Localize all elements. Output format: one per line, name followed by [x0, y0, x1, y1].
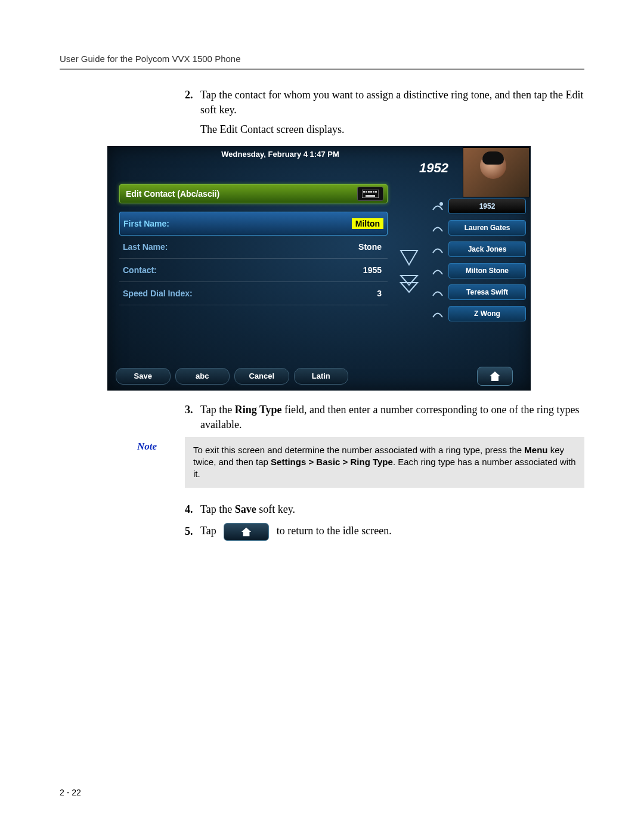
step-3-text: Tap the Ring Type field, and then enter … [200, 402, 584, 432]
contact-label: Z Wong [448, 306, 526, 321]
contact-list: 1952 Lauren Gates Jack Jones Milton Ston… [431, 199, 526, 321]
step-4: 4. Tap the Save soft key. [185, 502, 584, 517]
panel-title-text: Edit Contact (Abc/ascii) [126, 189, 219, 199]
contact-item-milton[interactable]: Milton Stone [431, 263, 526, 278]
document-page: User Guide for the Polycom VVX 1500 Phon… [0, 0, 644, 833]
step-2-sub: The Edit Contact screen displays. [200, 122, 584, 137]
status-bar: Wednesday, February 4 1:47 PM [107, 150, 453, 159]
step-5-num: 5. [185, 524, 200, 539]
edit-contact-panel: Edit Contact (Abc/ascii) First Name: Mil… [119, 184, 388, 305]
video-preview [463, 147, 530, 197]
field-first-name[interactable]: First Name: Milton [119, 212, 388, 236]
note-block: Note To exit this screen and determine t… [137, 437, 584, 488]
svg-rect-3 [368, 191, 370, 193]
field-label: Speed Dial Index: [123, 289, 193, 298]
step-5-text: Tap to return to the idle screen. [200, 523, 584, 541]
arrow-down-icon[interactable] [398, 247, 420, 269]
contact-label: Milton Stone [448, 263, 526, 278]
presence-icon [431, 308, 445, 320]
softkey-cancel[interactable]: Cancel [234, 368, 289, 385]
home-icon-inline [224, 523, 269, 541]
field-value: Stone [358, 242, 384, 252]
step-3: 3. Tap the Ring Type field, and then ent… [185, 402, 584, 432]
step-2: 2. Tap the contact for whom you want to … [185, 88, 584, 138]
page-header: User Guide for the Polycom VVX 1500 Phon… [60, 54, 584, 64]
field-value: Milton [352, 218, 383, 229]
field-label: First Name: [123, 219, 169, 228]
step-5: 5. Tap to return to the idle screen. [185, 523, 584, 541]
page-number: 2 - 22 [60, 788, 81, 797]
field-speed-dial[interactable]: Speed Dial Index: 3 [119, 282, 388, 305]
field-value: 1955 [363, 265, 384, 275]
field-value: 3 [377, 289, 384, 298]
presence-icon [431, 222, 445, 234]
svg-rect-6 [375, 191, 377, 193]
note-label: Note [137, 437, 185, 453]
svg-rect-7 [366, 195, 375, 197]
home-button[interactable] [477, 367, 513, 386]
keyboard-icon[interactable] [357, 187, 383, 201]
step-2-num: 2. [185, 88, 200, 117]
field-label: Contact: [123, 265, 157, 275]
contact-label: Teresa Swift [448, 284, 526, 300]
field-contact[interactable]: Contact: 1955 [119, 259, 388, 282]
header-rule [60, 69, 584, 70]
presence-icon [431, 265, 445, 277]
svg-point-8 [439, 202, 443, 206]
note-body: To exit this screen and determine the nu… [185, 437, 584, 488]
panel-title-bar: Edit Contact (Abc/ascii) [119, 184, 388, 203]
step-4-num: 4. [185, 502, 200, 517]
contact-item-1952[interactable]: 1952 [431, 199, 526, 214]
softkey-latin[interactable]: Latin [294, 368, 349, 385]
field-label: Last Name: [123, 242, 168, 252]
contact-item-lauren[interactable]: Lauren Gates [431, 220, 526, 236]
phone-screenshot: Wednesday, February 4 1:47 PM 1952 Edit … [107, 146, 531, 391]
arrow-double-down-icon[interactable] [398, 274, 420, 295]
presence-icon [431, 286, 445, 298]
extension-label: 1952 [419, 160, 448, 176]
contact-label: 1952 [448, 199, 526, 214]
svg-rect-4 [370, 191, 372, 193]
svg-rect-1 [363, 191, 365, 193]
contact-item-zwong[interactable]: Z Wong [431, 306, 526, 321]
field-last-name[interactable]: Last Name: Stone [119, 236, 388, 259]
softkey-abc[interactable]: abc [175, 368, 230, 385]
presence-icon [431, 243, 445, 255]
svg-rect-5 [373, 191, 374, 193]
contact-label: Jack Jones [448, 241, 526, 257]
presence-icon [431, 200, 445, 212]
step-2-text: Tap the contact for whom you want to ass… [200, 88, 584, 117]
step-4-text: Tap the Save soft key. [200, 502, 584, 517]
contact-item-jack[interactable]: Jack Jones [431, 241, 526, 257]
softkey-save[interactable]: Save [116, 368, 171, 385]
softkey-bar: Save abc Cancel Latin [116, 368, 348, 385]
contact-item-teresa[interactable]: Teresa Swift [431, 284, 526, 300]
step-3-num: 3. [185, 402, 200, 432]
scroll-arrows [398, 247, 420, 295]
svg-rect-2 [366, 191, 367, 193]
contact-label: Lauren Gates [448, 220, 526, 236]
field-list: First Name: Milton Last Name: Stone Cont… [119, 212, 388, 305]
